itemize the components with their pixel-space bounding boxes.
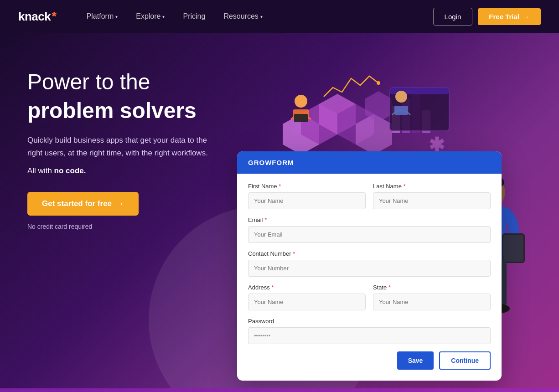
first-name-input[interactable]	[248, 192, 366, 209]
logo-asterisk: *	[52, 9, 56, 24]
state-input[interactable]	[373, 294, 491, 310]
form-actions: Save Continue	[248, 351, 491, 370]
svg-rect-24	[503, 235, 523, 262]
nav-item-resources[interactable]: Resources ▾	[216, 9, 269, 24]
address-input[interactable]	[248, 294, 366, 310]
hero-right: ✱ GROWFORM First Name *	[237, 60, 532, 334]
arrow-icon: →	[116, 199, 124, 208]
chevron-down-icon: ▾	[260, 14, 263, 19]
state-field: State *	[373, 284, 491, 310]
nav-links: Platform ▾ Explore ▾ Pricing Resources ▾	[79, 9, 433, 24]
logo-text: knack	[18, 10, 51, 24]
svg-rect-15	[294, 114, 308, 122]
hero-section: Power to the problem solvers Quickly bui…	[0, 33, 559, 388]
form-title: GROWFORM	[237, 151, 502, 174]
password-label: Password	[248, 318, 491, 325]
nav-item-platform[interactable]: Platform ▾	[79, 9, 125, 24]
hero-left: Power to the problem solvers Quickly bui…	[27, 60, 237, 230]
svg-point-16	[395, 91, 407, 103]
hero-description: Quickly build business apps that get you…	[27, 134, 210, 159]
save-button[interactable]: Save	[397, 351, 434, 370]
last-name-label: Last Name *	[373, 183, 491, 190]
logo[interactable]: knack*	[18, 9, 57, 24]
email-input[interactable]	[248, 226, 491, 243]
first-name-field: First Name *	[248, 183, 366, 209]
no-credit-card-text: No credit card required	[27, 223, 237, 230]
form-mockup: GROWFORM First Name * Last Name *	[237, 151, 502, 381]
form-row-email: Email *	[248, 217, 491, 243]
hero-title-light: Power to the	[27, 69, 237, 94]
password-input[interactable]	[248, 327, 491, 344]
form-row-password: Password	[248, 318, 491, 344]
form-body: First Name * Last Name *	[237, 174, 502, 381]
form-row-contact: Contact Number *	[248, 250, 491, 277]
last-name-field: Last Name *	[373, 183, 491, 209]
login-button[interactable]: Login	[433, 8, 473, 26]
form-row-name: First Name * Last Name *	[248, 183, 491, 209]
chevron-down-icon: ▾	[162, 14, 165, 19]
contact-field: Contact Number *	[248, 250, 491, 277]
contact-input[interactable]	[248, 260, 491, 277]
free-trial-button[interactable]: Free Trial →	[478, 8, 541, 25]
email-label: Email *	[248, 217, 491, 223]
contact-label: Contact Number *	[248, 250, 491, 257]
form-row-address: Address * State *	[248, 284, 491, 310]
hero-no-code: All with no code.	[27, 166, 237, 175]
password-field: Password	[248, 318, 491, 344]
address-label: Address *	[248, 284, 366, 291]
svg-point-6	[377, 81, 380, 85]
arrow-icon: →	[523, 13, 530, 21]
nav-item-explore[interactable]: Explore ▾	[129, 9, 172, 24]
nav-item-pricing[interactable]: Pricing	[176, 9, 212, 24]
join-section: Join the thousands of...	[0, 388, 559, 392]
svg-point-13	[295, 95, 307, 108]
hero-title-bold: problem solvers	[27, 98, 237, 123]
svg-rect-17	[394, 106, 408, 115]
navbar: knack* Platform ▾ Explore ▾ Pricing Reso…	[0, 0, 559, 33]
first-name-label: First Name *	[248, 183, 366, 190]
state-label: State *	[373, 284, 491, 291]
continue-button[interactable]: Continue	[439, 351, 491, 370]
get-started-button[interactable]: Get started for free →	[27, 192, 139, 216]
email-field: Email *	[248, 217, 491, 243]
chevron-down-icon: ▾	[115, 14, 118, 19]
address-field: Address *	[248, 284, 366, 310]
nav-actions: Login Free Trial →	[433, 8, 541, 26]
last-name-input[interactable]	[373, 192, 491, 209]
